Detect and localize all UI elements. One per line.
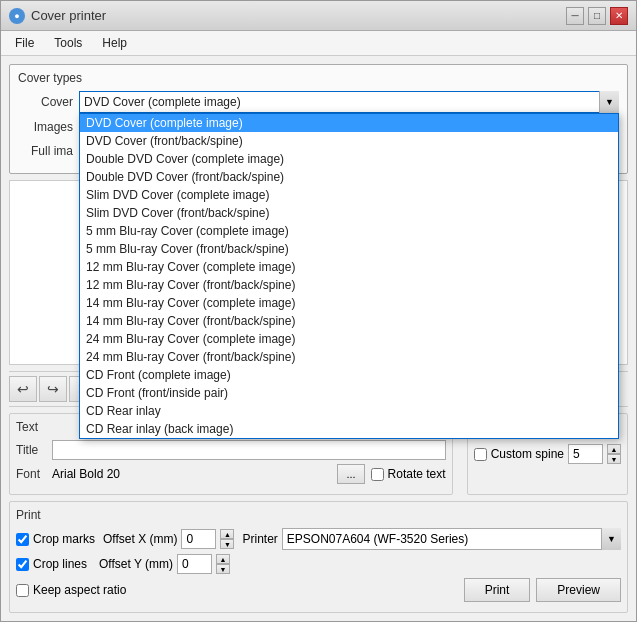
dropdown-item-5[interactable]: Slim DVD Cover (front/back/spine) xyxy=(80,204,618,222)
cover-types-section: Cover types Cover DVD Cover (complete im… xyxy=(9,64,628,174)
printer-select-wrapper: EPSON07A604 (WF-3520 Series) ▼ xyxy=(282,528,621,550)
dropdown-item-14[interactable]: CD Front (complete image) xyxy=(80,366,618,384)
crop-marks-checkbox[interactable] xyxy=(16,533,29,546)
redo-button[interactable]: ↪ xyxy=(39,376,67,402)
offset-x-input[interactable] xyxy=(181,529,216,549)
dropdown-item-8[interactable]: 12 mm Blu-ray Cover (complete image) xyxy=(80,258,618,276)
cover-label: Cover xyxy=(18,95,73,109)
menu-help[interactable]: Help xyxy=(92,33,137,53)
dropdown-item-11[interactable]: 14 mm Blu-ray Cover (front/back/spine) xyxy=(80,312,618,330)
font-row: Font Arial Bold 20 ... Rotate text xyxy=(16,464,446,484)
crop-lines-container: Crop lines xyxy=(16,557,91,571)
custom-spine-label: Custom spine xyxy=(491,447,564,461)
dropdown-item-17[interactable]: CD Rear inlay (back image) xyxy=(80,420,618,438)
title-bar-left: ● Cover printer xyxy=(9,8,106,24)
print-row-2: Crop lines Offset Y (mm) ▲ ▼ xyxy=(16,554,621,574)
print-row-3: Keep aspect ratio Print Preview xyxy=(16,578,621,602)
dropdown-item-1[interactable]: DVD Cover (front/back/spine) xyxy=(80,132,618,150)
offset-y-spin-up[interactable]: ▲ xyxy=(216,554,230,564)
cover-type-dropdown: DVD Cover (complete image) DVD Cover (fr… xyxy=(79,113,619,439)
offset-x-spin-up[interactable]: ▲ xyxy=(220,529,234,539)
cover-types-title: Cover types xyxy=(18,71,619,85)
rotate-text-label: Rotate text xyxy=(388,467,446,481)
offset-y-group: Offset Y (mm) ▲ ▼ xyxy=(99,554,230,574)
offset-x-spinner: ▲ ▼ xyxy=(220,529,234,549)
font-label: Font xyxy=(16,467,46,481)
print-section-header: Print xyxy=(16,508,621,522)
title-bar: ● Cover printer ─ □ ✕ xyxy=(1,1,636,31)
crop-marks-container: Crop marks xyxy=(16,532,95,546)
dropdown-item-9[interactable]: 12 mm Blu-ray Cover (front/back/spine) xyxy=(80,276,618,294)
dropdown-item-4[interactable]: Slim DVD Cover (complete image) xyxy=(80,186,618,204)
menubar: File Tools Help xyxy=(1,31,636,56)
keep-aspect-checkbox[interactable] xyxy=(16,584,29,597)
dropdown-item-16[interactable]: CD Rear inlay xyxy=(80,402,618,420)
dropdown-item-10[interactable]: 14 mm Blu-ray Cover (complete image) xyxy=(80,294,618,312)
crop-marks-label: Crop marks xyxy=(33,532,95,546)
minimize-button[interactable]: ─ xyxy=(566,7,584,25)
dropdown-item-2[interactable]: Double DVD Cover (complete image) xyxy=(80,150,618,168)
offset-y-spinner: ▲ ▼ xyxy=(216,554,230,574)
content-area: Cover types Cover DVD Cover (complete im… xyxy=(1,56,636,621)
menu-file[interactable]: File xyxy=(5,33,44,53)
cover-type-display[interactable]: DVD Cover (complete image) xyxy=(79,91,619,113)
keep-aspect-label: Keep aspect ratio xyxy=(33,583,126,597)
undo-button[interactable]: ↩ xyxy=(9,376,37,402)
app-icon: ● xyxy=(9,8,25,24)
font-browse-button[interactable]: ... xyxy=(337,464,364,484)
printer-select[interactable]: EPSON07A604 (WF-3520 Series) xyxy=(282,528,621,550)
spine-spin-up[interactable]: ▲ xyxy=(607,444,621,454)
images-label: Images xyxy=(18,120,73,134)
custom-spine-input[interactable] xyxy=(568,444,603,464)
custom-spine-row: Custom spine ▲ ▼ xyxy=(474,444,621,464)
dropdown-item-3[interactable]: Double DVD Cover (front/back/spine) xyxy=(80,168,618,186)
dropdown-item-6[interactable]: 5 mm Blu-ray Cover (complete image) xyxy=(80,222,618,240)
title-row: Title xyxy=(16,440,446,460)
printer-select-arrow: ▼ xyxy=(601,528,621,550)
print-button[interactable]: Print xyxy=(464,578,531,602)
font-value: Arial Bold 20 xyxy=(52,467,331,481)
window-title: Cover printer xyxy=(31,8,106,23)
title-input[interactable] xyxy=(52,440,446,460)
title-label: Title xyxy=(16,443,46,457)
print-section: Print Crop marks Offset X (mm) ▲ ▼ Print… xyxy=(9,501,628,613)
cover-type-arrow: ▼ xyxy=(599,91,619,113)
offset-x-spin-down[interactable]: ▼ xyxy=(220,539,234,549)
dropdown-item-0[interactable]: DVD Cover (complete image) xyxy=(80,114,618,132)
crop-lines-checkbox[interactable] xyxy=(16,558,29,571)
rotate-text-check-container: Rotate text xyxy=(371,467,446,481)
cover-row: Cover DVD Cover (complete image) ▼ DVD C… xyxy=(18,91,619,113)
offset-y-spin-down[interactable]: ▼ xyxy=(216,564,230,574)
main-window: ● Cover printer ─ □ ✕ File Tools Help Co… xyxy=(0,0,637,622)
menu-tools[interactable]: Tools xyxy=(44,33,92,53)
title-bar-controls: ─ □ ✕ xyxy=(566,7,628,25)
preview-button[interactable]: Preview xyxy=(536,578,621,602)
offset-y-label: Offset Y (mm) xyxy=(99,557,173,571)
rotate-text-checkbox[interactable] xyxy=(371,468,384,481)
dropdown-item-7[interactable]: 5 mm Blu-ray Cover (front/back/spine) xyxy=(80,240,618,258)
cover-type-select-container: DVD Cover (complete image) ▼ DVD Cover (… xyxy=(79,91,619,113)
cover-type-value: DVD Cover (complete image) xyxy=(84,95,241,109)
print-row-1: Crop marks Offset X (mm) ▲ ▼ Printer EPS… xyxy=(16,528,621,550)
crop-lines-label: Crop lines xyxy=(33,557,87,571)
printer-label: Printer xyxy=(242,532,277,546)
maximize-button[interactable]: □ xyxy=(588,7,606,25)
close-button[interactable]: ✕ xyxy=(610,7,628,25)
dropdown-item-13[interactable]: 24 mm Blu-ray Cover (front/back/spine) xyxy=(80,348,618,366)
keep-aspect-container: Keep aspect ratio xyxy=(16,583,126,597)
action-buttons: Print Preview xyxy=(464,578,621,602)
offset-y-input[interactable] xyxy=(177,554,212,574)
custom-spine-checkbox[interactable] xyxy=(474,448,487,461)
offset-x-label: Offset X (mm) xyxy=(103,532,177,546)
custom-spine-spinner: ▲ ▼ xyxy=(607,444,621,464)
printer-group: Printer EPSON07A604 (WF-3520 Series) ▼ xyxy=(242,528,621,550)
full-images-label: Full ima xyxy=(18,144,73,158)
offset-x-group: Offset X (mm) ▲ ▼ xyxy=(103,529,234,549)
dropdown-item-15[interactable]: CD Front (front/inside pair) xyxy=(80,384,618,402)
spine-spin-down[interactable]: ▼ xyxy=(607,454,621,464)
dropdown-item-12[interactable]: 24 mm Blu-ray Cover (complete image) xyxy=(80,330,618,348)
